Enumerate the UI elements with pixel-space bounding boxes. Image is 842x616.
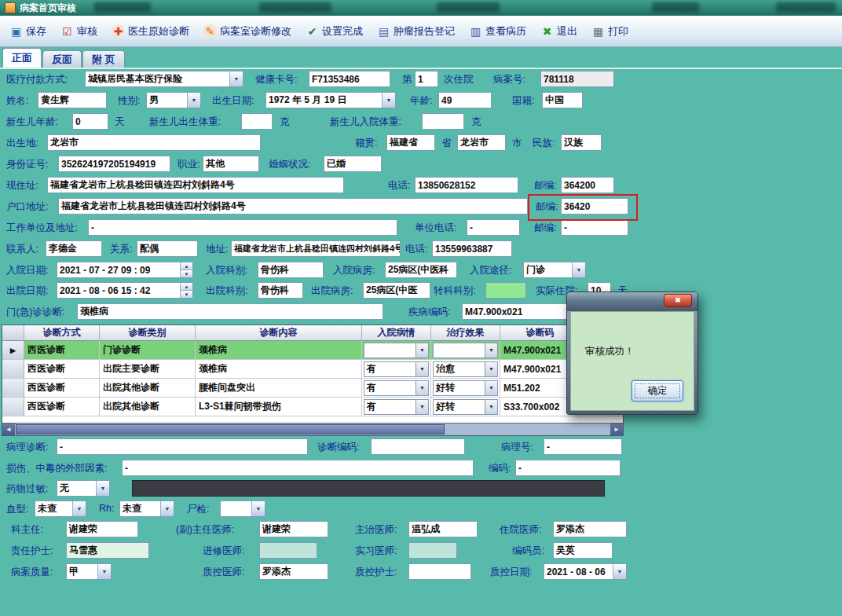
newborn-birth-weight-input[interactable] [241,113,273,130]
duty-nurse-input[interactable]: 马雪惠 [66,542,149,559]
row-selector-cell[interactable]: ▶ [2,341,24,360]
current-address-input[interactable]: 福建省龙岩市上杭县稔田镇连四村刘斜路4号 [47,177,344,193]
setting-done-button[interactable]: ✔设置完成 [299,21,369,42]
admission-seq-input[interactable]: 1 [415,71,438,87]
contact-phone-input[interactable]: 13559963887 [432,240,512,257]
scrollbar-track[interactable] [15,424,610,435]
treatment-effect-select[interactable]: ▼ [433,343,498,358]
table-row[interactable]: 西医诊断 出院其他诊断 腰椎间盘突出 有▼ 好转▼ M51.202 [2,379,623,398]
dialog-close-button[interactable]: ✖ [664,294,692,307]
admission-date-input[interactable]: 2021 - 07 - 27 09 : 09▲▼ [57,262,193,278]
scroll-left-icon[interactable]: ◄ [2,424,15,435]
save-button[interactable]: ▣保存 [3,21,53,42]
dept-director-input[interactable]: 谢建荣 [66,521,138,537]
admission-route-select[interactable]: 门诊▼ [523,262,586,278]
record-quality-select[interactable]: 甲▼ [66,563,112,580]
attending-doctor-input[interactable]: 温弘成 [408,521,478,537]
spin-up-icon[interactable]: ▲ [181,262,192,270]
row-selector-cell[interactable] [2,360,24,379]
tab-attachment[interactable]: 附 页 [82,50,125,68]
outpatient-diagnosis-input[interactable]: 颈椎病 [77,303,383,320]
admission-condition-select[interactable]: 有▼ [364,380,429,396]
birth-date-picker[interactable]: 1972 年 5 月 19 日▼ [265,92,396,108]
nationality-input[interactable]: 中国 [542,92,583,108]
admission-condition-select[interactable]: ▼ [364,343,429,358]
ethnicity-input[interactable]: 汉族 [561,134,602,151]
intern-doctor-input[interactable] [408,542,457,559]
newborn-admit-weight-input[interactable] [422,113,464,130]
registered-address-input[interactable]: 福建省龙岩市上杭县稔田镇连四村刘斜路4号 [58,198,528,214]
admission-condition-select[interactable]: 有▼ [364,361,429,377]
work-postcode-input[interactable]: - [561,219,628,236]
dialog-titlebar[interactable]: ✖ [567,292,697,311]
scroll-right-icon[interactable]: ► [610,424,623,435]
transfer-dept-input[interactable] [485,282,526,299]
audit-button[interactable]: ☑审核 [54,21,104,42]
id-number-input[interactable]: 352624197205194919 [58,156,170,172]
chief-doctor-input[interactable]: 谢建荣 [259,521,328,537]
admission-ward-input[interactable]: 25病区(中医科 [385,262,457,278]
spin-down-icon[interactable]: ▼ [181,270,192,277]
current-postcode-input[interactable]: 364200 [561,177,614,193]
coder-input[interactable]: 吴英 [553,542,613,559]
age-input[interactable]: 49 [438,92,492,108]
contact-address-input[interactable]: 福建省龙岩市上杭县稔田镇连四村刘斜路4号 [231,240,401,257]
injury-code-input[interactable]: - [515,460,621,476]
treatment-effect-select[interactable]: 好转▼ [433,380,498,396]
tab-front[interactable]: 正面 [2,48,42,68]
discharge-dept-input[interactable]: 骨伤科 [258,282,303,299]
payment-method-select[interactable]: 城镇居民基本医疗保险▼ [85,71,243,87]
occupation-input[interactable]: 其他 [203,156,259,172]
health-card-input[interactable]: F71353486 [309,71,390,87]
contact-input[interactable]: 李德金 [46,240,102,257]
qc-doctor-input[interactable]: 罗添杰 [259,563,328,580]
treatment-effect-select[interactable]: 治愈▼ [433,361,498,377]
resident-doctor-input[interactable]: 罗添杰 [553,521,627,537]
print-button[interactable]: ▦打印 [585,21,635,42]
record-no-input[interactable]: 781118 [540,71,614,87]
doctor-original-diagnosis-button[interactable]: ✚医生原始诊断 [105,21,196,42]
discharge-ward-input[interactable]: 25病区(中医 [363,282,430,299]
spinner-buttons[interactable]: ▲▼ [180,262,192,277]
pathology-diagnosis-input[interactable]: - [57,438,308,455]
record-room-diagnosis-edit-button[interactable]: ✎病案室诊断修改 [197,21,298,42]
current-phone-input[interactable]: 13850628152 [415,177,518,193]
refresher-doctor-input[interactable] [259,542,317,559]
row-selector-cell[interactable] [2,398,24,416]
scrollbar-thumb[interactable] [16,424,445,434]
allergy-detail-field[interactable] [132,480,605,497]
autopsy-select[interactable]: ▼ [220,500,265,517]
tab-back[interactable]: 反面 [42,50,82,68]
name-input[interactable]: 黄生辉 [38,92,107,108]
birthplace-input[interactable]: 龙岩市 [47,134,261,151]
discharge-date-input[interactable]: 2021 - 08 - 06 15 : 42▲▼ [57,282,193,299]
view-medical-record-button[interactable]: ▥查看病历 [463,21,533,42]
spin-down-icon[interactable]: ▼ [181,290,192,298]
injury-factor-input[interactable]: - [122,460,474,476]
table-row[interactable]: 西医诊断 出院主要诊断 颈椎病 有▼ 治愈▼ M47.900x021 [2,360,623,379]
work-address-input[interactable]: - [88,219,397,236]
newborn-age-input[interactable]: 0 [72,113,108,130]
gender-select[interactable]: 男▼ [146,92,201,108]
work-phone-input[interactable]: - [467,219,520,236]
qc-date-picker[interactable]: 2021 - 08 - 06▼ [544,563,627,580]
blood-type-select[interactable]: 未查▼ [35,500,86,517]
admission-condition-select[interactable]: 有▼ [364,399,429,415]
relation-input[interactable]: 配偶 [137,240,198,257]
native-city-input[interactable]: 龙岩市 [457,134,506,151]
row-selector-cell[interactable] [2,379,24,398]
tumor-report-button[interactable]: ▤肿瘤报告登记 [371,21,461,42]
qc-nurse-input[interactable] [408,563,471,580]
horizontal-scrollbar[interactable]: ◄ ► [2,423,623,435]
exit-button[interactable]: ✖退出 [534,21,584,42]
admission-dept-input[interactable]: 骨伤科 [258,262,324,278]
table-row[interactable]: ▶ 西医诊断 门诊诊断 颈椎病 ▼ ▼ M47.900x021 [2,341,623,360]
spin-up-icon[interactable]: ▲ [181,283,192,290]
drug-allergy-select[interactable]: 无▼ [57,480,110,497]
ok-button[interactable]: 确定 [632,380,683,402]
table-row[interactable]: 西医诊断 出院其他诊断 L3-S1棘间韧带损伤 有▼ 好转▼ S33.700x0… [2,398,623,416]
rh-select[interactable]: 未查▼ [119,500,174,517]
spinner-buttons[interactable]: ▲▼ [180,283,192,298]
diagnosis-code-input[interactable] [371,438,465,455]
native-province-input[interactable]: 福建省 [386,134,435,151]
